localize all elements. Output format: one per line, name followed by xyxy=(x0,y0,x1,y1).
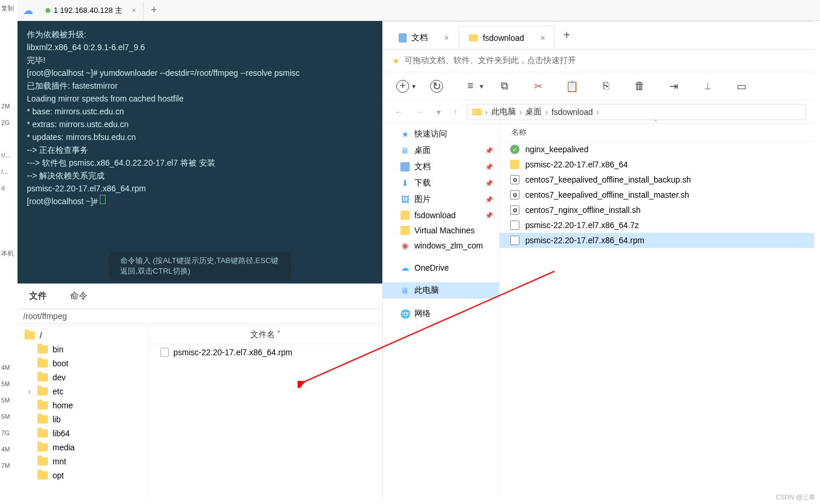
folder-icon xyxy=(37,429,48,438)
folder-icon xyxy=(37,401,48,410)
file-item[interactable]: psmisc-22.20-17.el7.x86_64.rpm xyxy=(149,344,382,360)
download-icon: ⬇ xyxy=(400,178,410,188)
explorer-tab-docs[interactable]: 文档 × xyxy=(389,26,459,49)
remote-path[interactable]: /root/ffmpeg xyxy=(18,309,382,324)
archive-icon xyxy=(510,220,519,230)
script-icon: ⚙ xyxy=(510,190,519,200)
sidebar-fsdownload[interactable]: fsdownload📌 xyxy=(383,208,499,223)
star-icon: ★ xyxy=(392,56,400,65)
session-tab-label: 1 192.168.40.128 主 xyxy=(54,5,123,16)
file-item[interactable]: ⚙centos7_keepalived_offline_install_mast… xyxy=(500,187,814,202)
explorer-nav: ← → ▾ ↑ › 此电脑› 桌面› fsdownload› xyxy=(383,100,814,124)
history-button[interactable]: ↻ xyxy=(430,79,444,93)
remote-file-list: 文件名 ˄ psmisc-22.20-17.el7.x86_64.rpm xyxy=(149,326,382,501)
sidebar-onedrive[interactable]: ☁OneDrive xyxy=(383,260,499,275)
file-item[interactable]: psmisc-22.20-17.el7.x86_64.7z xyxy=(500,218,814,233)
folder-icon xyxy=(37,345,48,354)
move-button[interactable]: ⇥ xyxy=(667,79,681,93)
folder-icon xyxy=(37,457,48,466)
file-item[interactable]: ⚙centos7_nginx_offline_install.sh xyxy=(500,202,814,218)
session-tab[interactable]: 1 192.168.40.128 主 × xyxy=(39,2,144,19)
watermark: CSDN @三希 xyxy=(776,493,815,502)
file-item-selected[interactable]: psmisc-22.20-17.el7.x86_64.rpm xyxy=(500,233,814,248)
file-item[interactable]: ✓nginx_keepalived xyxy=(500,142,814,157)
paste-button[interactable]: 📋 xyxy=(565,79,579,93)
file-icon xyxy=(160,348,169,357)
column-header-name[interactable]: 名称 xyxy=(500,124,814,142)
forward-button[interactable]: → xyxy=(412,107,427,117)
close-icon[interactable]: × xyxy=(540,33,545,43)
terminal-output: 作为依赖被升级: libxml2.x86_64 0:2.9.1-6.el7_9.… xyxy=(18,21,382,215)
app-icon: ◉ xyxy=(400,241,410,250)
tab-command[interactable]: 命令 xyxy=(58,286,99,309)
tree-item[interactable]: mnt xyxy=(18,454,148,468)
folder-icon xyxy=(469,34,478,41)
file-explorer-window: 文档 × fsdownload × + ★ 可拖动文档、软件、文件夹到此，点击快… xyxy=(382,21,814,499)
sidebar-zlm[interactable]: ◉windows_zlm_com xyxy=(383,238,499,253)
tree-item[interactable]: dev xyxy=(18,370,148,384)
sidebar-vm[interactable]: Virtual Machines xyxy=(383,223,499,238)
file-item[interactable]: ⚙centos7_keepalived_offline_install_back… xyxy=(500,172,814,187)
new-button[interactable]: +▾ xyxy=(396,79,410,93)
tree-item[interactable]: lib64 xyxy=(18,426,148,440)
delete-button[interactable]: 🗑 xyxy=(633,79,647,93)
sidebar-desktop[interactable]: 🖥桌面📌 xyxy=(383,142,499,159)
folder-icon xyxy=(400,211,410,220)
left-side-strip: 复制 2M2G r/.../...d 本机 4M5M5M 5M7G4M7M xyxy=(0,0,18,504)
app-tab-bar: ☁ 1 192.168.40.128 主 × + xyxy=(18,0,820,21)
tree-root[interactable]: / xyxy=(18,328,148,342)
new-tab-button[interactable]: + xyxy=(144,4,164,16)
tree-item[interactable]: lib xyxy=(18,412,148,426)
crop-button[interactable]: ⟂ xyxy=(700,79,714,93)
folder-icon xyxy=(472,108,481,116)
cloud-icon: ☁ xyxy=(400,263,410,272)
explorer-file-list: 名称 ✓nginx_keepalived psmisc-22.20-17.el7… xyxy=(500,124,814,497)
tree-item[interactable]: media xyxy=(18,440,148,454)
folder-icon xyxy=(37,373,48,382)
drop-hint-bar: ★ 可拖动文档、软件、文件夹到此，点击快速打开 xyxy=(383,50,814,72)
desktop-icon: 🖥 xyxy=(400,146,410,155)
cut-button[interactable]: ✂ xyxy=(531,79,545,93)
up-button[interactable]: ↑ xyxy=(450,107,461,117)
properties-button[interactable]: ▭ xyxy=(734,79,748,93)
pin-icon: 📌 xyxy=(485,147,493,155)
sidebar-this-pc[interactable]: 🖥此电脑 xyxy=(383,282,499,299)
tree-item[interactable]: bin xyxy=(18,342,148,356)
cursor-icon xyxy=(100,195,106,204)
tree-item[interactable]: opt xyxy=(18,468,148,482)
tab-file[interactable]: 文件 xyxy=(18,286,58,309)
terminal-hint: 命令输入 (按ALT键提示历史,TAB键路径,ESC键返回,双击CTRL切换) xyxy=(109,252,291,280)
rename-button[interactable]: ⎘ xyxy=(599,79,613,93)
sidebar-downloads[interactable]: ⬇下载📌 xyxy=(383,175,499,191)
document-icon xyxy=(400,162,410,172)
star-icon: ★ xyxy=(400,130,410,139)
explorer-tabs: 文档 × fsdownload × + xyxy=(383,22,814,50)
sidebar-quick-access[interactable]: ★快速访问 xyxy=(383,126,499,142)
copy-button[interactable]: ⧉ xyxy=(497,79,511,93)
sidebar-pictures[interactable]: 🖼图片📌 xyxy=(383,191,499,208)
sidebar-network[interactable]: 🌐网络 xyxy=(383,306,499,322)
new-explorer-tab[interactable]: + xyxy=(555,29,578,42)
cloud-icon[interactable]: ☁ xyxy=(18,0,39,21)
file-item[interactable]: psmisc-22.20-17.el7.x86_64 xyxy=(500,157,814,172)
tree-item[interactable]: home xyxy=(18,398,148,412)
pin-icon: 📌 xyxy=(485,212,493,219)
sidebar-documents[interactable]: 文档📌 xyxy=(383,159,499,175)
remote-file-browser: / bin boot dev etc home lib lib64 media … xyxy=(18,326,382,501)
back-button[interactable]: ← xyxy=(391,107,406,117)
script-icon: ⚙ xyxy=(510,205,519,215)
terminal-panel[interactable]: 作为依赖被升级: libxml2.x86_64 0:2.9.1-6.el7_9.… xyxy=(18,21,382,284)
app-icon: ✓ xyxy=(510,145,519,154)
explorer-tab-fsdownload[interactable]: fsdownload × xyxy=(459,26,555,49)
tree-item[interactable]: boot xyxy=(18,356,148,370)
tree-item[interactable]: etc xyxy=(18,384,148,398)
view-button[interactable]: ≡▾ xyxy=(463,79,477,93)
close-icon[interactable]: × xyxy=(444,33,449,43)
column-header-name[interactable]: 文件名 ˄ xyxy=(149,326,382,344)
close-icon[interactable]: × xyxy=(132,6,137,15)
folder-icon xyxy=(37,359,48,368)
folder-icon xyxy=(400,226,410,235)
breadcrumb[interactable]: › 此电脑› 桌面› fsdownload› xyxy=(467,104,806,120)
status-dot-icon xyxy=(46,8,50,13)
dropdown-button[interactable]: ▾ xyxy=(433,107,444,117)
